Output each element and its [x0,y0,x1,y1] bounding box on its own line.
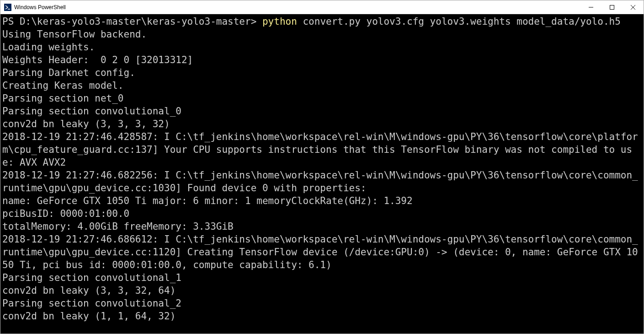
output-line: Loading weights. [2,42,95,53]
command-name: python [262,16,297,27]
titlebar[interactable]: Windows PowerShell [0,0,644,14]
output-line: Using TensorFlow backend. [2,29,147,40]
output-line: name: GeForce GTX 1050 Ti major: 6 minor… [2,195,413,206]
command-args: convert.py yolov3.cfg yolov3.weights mod… [297,16,621,27]
window-controls [580,0,644,14]
output-line: Parsing section convolutional_2 [2,298,181,309]
window-title: Windows PowerShell [14,4,580,11]
output-line: Parsing Darknet config. [2,67,135,78]
powershell-icon [4,4,11,11]
output-line: Parsing section convolutional_1 [2,272,181,283]
minimize-button[interactable] [580,0,601,14]
output-line: Parsing section net_0 [2,93,124,104]
output-line: pciBusID: 0000:01:00.0 [2,208,129,219]
prompt-path: PS D:\keras-yolo3-master\keras-yolo3-mas… [2,16,262,27]
output-line: Weights Header: 0 2 0 [32013312] [2,54,193,65]
output-line: 2018-12-19 21:27:46.686612: I C:\tf_jenk… [2,234,638,270]
output-line: Parsing section convolutional_0 [2,106,181,117]
maximize-button[interactable] [601,0,623,14]
output-line: conv2d bn leaky (1, 1, 64, 32) [2,311,176,322]
output-line: Creating Keras model. [2,80,124,91]
output-line: 2018-12-19 21:27:46.428587: I C:\tf_jenk… [2,131,638,168]
output-line: totalMemory: 4.00GiB freeMemory: 3.33GiB [2,221,234,232]
output-line: conv2d bn leaky (3, 3, 32, 64) [2,285,176,296]
terminal-output[interactable]: PS D:\keras-yolo3-master\keras-yolo3-mas… [0,14,644,334]
svg-rect-3 [610,5,614,9]
powershell-window: Windows PowerShell PS D:\keras-yolo3-mas… [0,0,644,334]
close-button[interactable] [623,0,644,14]
output-line: 2018-12-19 21:27:46.682256: I C:\tf_jenk… [2,170,638,194]
output-line: conv2d bn leaky (3, 3, 3, 32) [2,119,170,129]
